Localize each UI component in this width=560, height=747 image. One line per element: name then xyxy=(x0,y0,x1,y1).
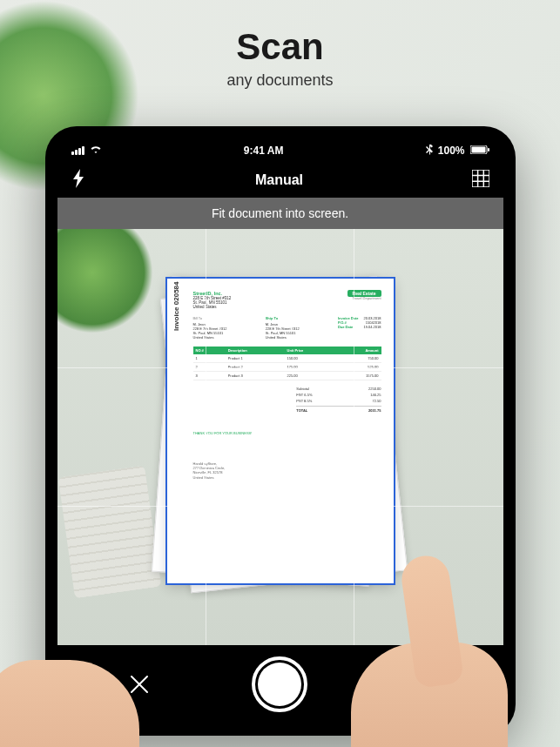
battery-pct: 100% xyxy=(438,145,465,157)
shutter-button[interactable] xyxy=(252,656,307,712)
promo-header: Scan any documents xyxy=(0,0,560,107)
svg-rect-1 xyxy=(471,147,485,153)
invoice-document: Invoice 020584 StreetID, Inc. 228 E 7th … xyxy=(167,279,394,583)
table-row: 1Product 1150.00750.00 xyxy=(193,354,381,363)
battery-icon xyxy=(470,145,489,157)
table-row: 2Product 2175.00525.00 xyxy=(193,363,381,372)
close-button[interactable] xyxy=(122,667,157,702)
document-stack: Invoice 020584 StreetID, Inc. 228 E 7th … xyxy=(167,279,394,583)
promo-title: Scan xyxy=(0,26,560,68)
capture-toolbar xyxy=(57,645,503,723)
invoice-number-vertical: Invoice 020584 xyxy=(172,282,180,331)
thumbnail-slot[interactable] xyxy=(403,667,438,702)
camera-viewfinder[interactable]: Invoice 020584 StreetID, Inc. 228 E 7th … xyxy=(57,229,503,645)
status-bar: 9:41 AM 100% xyxy=(57,138,503,163)
tablet-screen: 9:41 AM 100% Manual Fit document into sc… xyxy=(57,138,503,723)
promo-subtitle: any documents xyxy=(0,71,560,90)
mode-label[interactable]: Manual xyxy=(255,172,303,188)
signal-icon xyxy=(71,146,84,155)
flash-icon[interactable] xyxy=(71,169,87,192)
grid-icon[interactable] xyxy=(472,170,489,191)
invoice-table: NO # Description Unit Price Amount 1Prod… xyxy=(193,347,381,380)
wifi-icon xyxy=(90,145,102,157)
bluetooth-icon xyxy=(426,145,433,158)
status-time: 9:41 AM xyxy=(244,145,284,157)
tablet-device: 9:41 AM 100% Manual Fit document into sc… xyxy=(45,126,516,736)
hint-bar: Fit document into screen. xyxy=(57,198,503,229)
svg-rect-2 xyxy=(488,148,489,151)
table-row: 3Product 3225.001575.00 xyxy=(193,372,381,380)
app-header: Manual xyxy=(57,163,503,198)
